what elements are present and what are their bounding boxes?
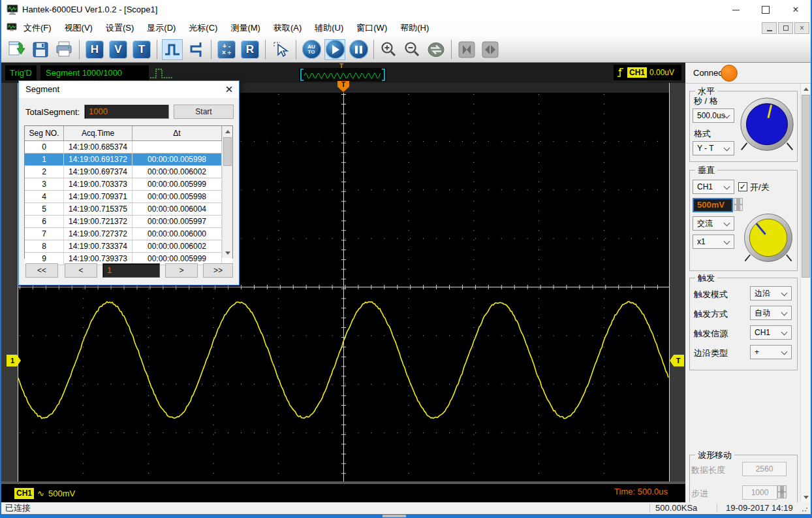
scroll-up-icon[interactable]: [223, 126, 232, 137]
table-row[interactable]: 714:19:00.72737200:00:00.006000: [25, 228, 232, 240]
scroll-down-icon[interactable]: [801, 492, 811, 502]
first-page-button[interactable]: <<: [25, 263, 58, 278]
segment-dialog-titlebar[interactable]: Segment ✕: [19, 81, 239, 98]
vertical-position-knob[interactable]: [742, 211, 794, 268]
pulse-horizontal-button[interactable]: [162, 39, 183, 60]
table-row[interactable]: 614:19:00.72137200:00:00.005997: [25, 216, 232, 228]
next-page-button[interactable]: >: [165, 263, 198, 278]
cursor-button[interactable]: [270, 39, 291, 60]
channel1-badge: CH1: [14, 488, 34, 499]
pulse-horizontal-icon: [163, 40, 181, 59]
start-button[interactable]: Start: [174, 105, 234, 119]
volts-per-div-stepper[interactable]: [734, 198, 743, 212]
connect-status-light: [721, 65, 738, 82]
auto-icon: AUTO: [302, 40, 321, 59]
trigger-setup-button[interactable]: T: [131, 39, 152, 60]
table-scrollbar-thumb[interactable]: [223, 137, 232, 166]
close-button[interactable]: ×: [781, 0, 811, 20]
menu-view[interactable]: 视图(V): [58, 20, 99, 37]
channel-select[interactable]: CH1: [693, 180, 734, 194]
auto-set-button[interactable]: AUTO: [301, 39, 322, 60]
app-window: Hantek-6000EU Ver1.0.2 - [Scope1] × 文件(F…: [0, 0, 812, 518]
step-stepper: [777, 485, 787, 500]
table-row[interactable]: 014:19:00.685374: [25, 141, 232, 154]
child-close-button[interactable]: ×: [794, 22, 809, 34]
on-off-label: 开/关: [750, 182, 770, 193]
table-row[interactable]: 114:19:00.69137200:00:00.005998: [25, 154, 232, 166]
table-row[interactable]: 814:19:00.73337400:00:00.006002: [25, 240, 232, 253]
open-file-button[interactable]: [7, 39, 27, 60]
menu-cursor[interactable]: 光标(C): [182, 20, 224, 37]
table-row[interactable]: 314:19:00.70337300:00:00.005999: [25, 178, 232, 191]
control-panel: Connect: 水平 秒 / 格 500.0us 格式 Y - T 垂直 CH…: [685, 63, 811, 502]
total-segment-input[interactable]: 1000: [84, 105, 169, 119]
pulse-mode-icon: [149, 65, 175, 82]
t-icon: T: [133, 40, 151, 59]
trigger-sweep-select[interactable]: 自动: [750, 306, 792, 320]
menu-file[interactable]: 文件(F): [17, 20, 58, 37]
pulse-vertical-button[interactable]: [185, 39, 206, 60]
probe-select[interactable]: x1: [693, 235, 734, 249]
maximize-button[interactable]: [751, 0, 781, 20]
toolbar: H V T + -× ÷ R: [1, 37, 811, 63]
trigger-mode-select[interactable]: 边沿: [750, 286, 792, 300]
edge-type-select[interactable]: +: [750, 345, 792, 359]
panel-scrollbar-thumb[interactable]: [802, 95, 810, 278]
data-length-input: 2560: [742, 462, 787, 476]
child-window-icon: [7, 23, 17, 33]
page-number-input[interactable]: 1: [102, 263, 160, 278]
edge-type-label: 边沿类型: [694, 348, 728, 359]
menu-settings[interactable]: 设置(S): [99, 20, 140, 37]
pause-button[interactable]: [348, 39, 369, 60]
scope-border-right: [669, 83, 670, 481]
connection-status: 已连接: [5, 502, 31, 514]
timebase-select[interactable]: 500.0us: [693, 108, 734, 123]
scroll-down-icon[interactable]: [223, 248, 232, 258]
refresh-button[interactable]: [426, 39, 446, 60]
window-title: Hantek-6000EU Ver1.0.2 - [Scope1]: [22, 0, 157, 20]
waveform-expand-icon: [458, 41, 475, 58]
table-row[interactable]: 414:19:00.70937100:00:00.005998: [25, 191, 232, 203]
menu-display[interactable]: 显示(D): [140, 20, 182, 37]
horizontal-setup-button[interactable]: H: [84, 39, 105, 60]
prev-page-button[interactable]: <: [65, 263, 97, 278]
zoom-out-button[interactable]: [402, 39, 423, 60]
table-scrollbar[interactable]: [222, 126, 232, 258]
step-up-icon: [734, 198, 743, 204]
panel-scrollbar[interactable]: [800, 84, 810, 502]
menu-window[interactable]: 窗口(W): [350, 20, 394, 37]
coupling-select[interactable]: 交流: [693, 216, 734, 231]
table-row[interactable]: 214:19:00.69737400:00:00.006002: [25, 166, 232, 178]
cursor-icon: [272, 40, 290, 59]
reference-button[interactable]: R: [240, 39, 260, 60]
resize-grip[interactable]: [802, 506, 808, 512]
run-button[interactable]: [324, 39, 345, 60]
channel-on-off-checkbox[interactable]: ✓: [738, 182, 747, 191]
save-button[interactable]: [30, 39, 51, 60]
bottom-splitter-handle[interactable]: [383, 515, 406, 517]
vertical-setup-button[interactable]: V: [108, 39, 129, 60]
toolbar-separator: [296, 40, 296, 59]
scroll-up-icon[interactable]: [801, 84, 811, 94]
child-minimize-button[interactable]: [762, 22, 777, 34]
trigger-source-select[interactable]: CH1: [750, 325, 792, 340]
minimize-button[interactable]: [721, 0, 751, 20]
volts-per-div-value[interactable]: 500mV: [693, 198, 733, 212]
menu-measure[interactable]: 测量(M): [224, 20, 267, 37]
child-restore-button[interactable]: [778, 22, 793, 34]
math-button[interactable]: + -× ÷: [216, 39, 237, 60]
waveform-overview[interactable]: [299, 68, 386, 82]
format-select[interactable]: Y - T: [693, 141, 734, 155]
statusbar-separator: [649, 504, 650, 513]
zoom-in-button[interactable]: [379, 39, 399, 60]
table-row[interactable]: 514:19:00.71537500:00:00.006004: [25, 203, 232, 216]
last-page-button[interactable]: >>: [203, 263, 233, 278]
waveform-compress-icon: [482, 41, 499, 58]
menu-acquire[interactable]: 获取(A): [267, 20, 308, 37]
menu-utility[interactable]: 辅助(U): [308, 20, 350, 37]
segment-dialog-close-icon[interactable]: ✕: [219, 81, 239, 98]
menu-help[interactable]: 帮助(H): [394, 20, 435, 37]
print-button[interactable]: [54, 39, 74, 60]
horizontal-position-knob[interactable]: [738, 95, 796, 157]
toolbar-separator: [451, 40, 452, 59]
